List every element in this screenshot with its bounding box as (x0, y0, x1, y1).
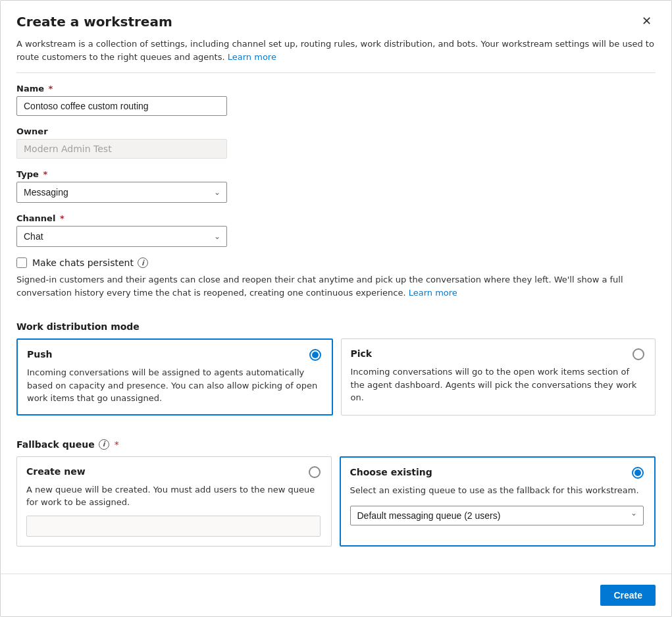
push-radio[interactable] (309, 349, 321, 361)
name-input[interactable] (16, 96, 227, 116)
work-distribution-cards: Push Incoming conversations will be assi… (16, 338, 656, 416)
fallback-queue-label: Fallback queue (16, 439, 95, 450)
make-chats-persistent-desc: Signed-in customers and their agents can… (16, 273, 656, 299)
existing-queue-select[interactable]: Default messaging queue (2 users) Suppor… (350, 506, 644, 525)
dialog-header: Create a workstream ✕ (16, 14, 656, 30)
owner-input: Modern Admin Test (16, 139, 227, 159)
name-required-marker: * (45, 84, 53, 94)
make-chats-persistent-label: Make chats persistent i (32, 257, 148, 268)
fallback-queue-info-icon: i (99, 439, 109, 450)
create-new-queue-radio[interactable] (309, 466, 321, 478)
pick-card-desc: Incoming conversations will go to the op… (351, 365, 645, 404)
create-new-queue-card[interactable]: Create new A new queue will be created. … (16, 456, 332, 547)
owner-field-group: Owner Modern Admin Test (16, 126, 656, 159)
create-new-queue-desc: A new queue will be created. You must ad… (26, 483, 321, 509)
push-card[interactable]: Push Incoming conversations will be assi… (16, 338, 333, 416)
channel-field-group: Channel * Chat Facebook WhatsApp SMS Tea… (16, 213, 656, 247)
learn-more-link-header[interactable]: Learn more (228, 52, 276, 62)
make-chats-persistent-group: Make chats persistent i Signed-in custom… (16, 257, 656, 311)
dialog-title: Create a workstream (16, 14, 172, 30)
pick-card-header: Pick (351, 348, 645, 360)
create-button[interactable]: Create (600, 585, 656, 606)
dialog-description: A workstream is a collection of settings… (16, 38, 656, 73)
work-distribution-label: Work distribution mode (16, 321, 656, 332)
push-card-header: Push (27, 349, 321, 361)
create-new-queue-title: Create new (26, 466, 86, 477)
pick-card[interactable]: Pick Incoming conversations will go to t… (341, 338, 656, 416)
choose-existing-queue-card[interactable]: Choose existing Select an existing queue… (340, 456, 656, 547)
fallback-queue-required-marker: * (115, 439, 119, 450)
choose-existing-queue-radio[interactable] (632, 467, 644, 479)
channel-required-marker: * (57, 213, 64, 223)
push-card-title: Push (27, 349, 53, 360)
name-label: Name * (16, 84, 656, 94)
fallback-label-row: Fallback queue i * (16, 439, 656, 450)
work-distribution-section: Work distribution mode Push Incoming con… (16, 321, 656, 429)
channel-label: Channel * (16, 213, 656, 223)
fallback-queue-cards: Create new A new queue will be created. … (16, 456, 656, 547)
close-button[interactable]: ✕ (638, 14, 656, 28)
choose-existing-queue-title: Choose existing (350, 467, 432, 477)
learn-more-link-persistent[interactable]: Learn more (409, 288, 457, 298)
create-new-queue-input[interactable] (26, 516, 321, 537)
type-select-wrapper: Messaging Voice Chat ⌄ (16, 182, 227, 203)
create-workstream-dialog: Create a workstream ✕ A workstream is a … (0, 0, 672, 617)
channel-select-wrapper: Chat Facebook WhatsApp SMS Teams ⌄ (16, 226, 227, 247)
pick-radio[interactable] (633, 348, 644, 360)
existing-queue-select-wrapper: Default messaging queue (2 users) Suppor… (350, 500, 644, 525)
type-field-group: Type * Messaging Voice Chat ⌄ (16, 169, 656, 203)
name-field-group: Name * (16, 84, 656, 116)
make-chats-persistent-row: Make chats persistent i (16, 257, 656, 268)
type-required-marker: * (40, 169, 47, 179)
dialog-footer: Create (1, 574, 671, 616)
make-chats-persistent-checkbox[interactable] (16, 257, 27, 268)
pick-card-title: Pick (351, 348, 373, 359)
type-select[interactable]: Messaging Voice Chat (16, 182, 227, 203)
make-chats-persistent-info-icon: i (138, 257, 148, 268)
choose-existing-queue-desc: Select an existing queue to use as the f… (350, 484, 644, 497)
channel-select[interactable]: Chat Facebook WhatsApp SMS Teams (16, 226, 227, 247)
choose-existing-queue-header: Choose existing (350, 467, 644, 479)
create-new-queue-header: Create new (26, 466, 321, 478)
type-label: Type * (16, 169, 656, 179)
push-card-desc: Incoming conversations will be assigned … (27, 366, 321, 405)
fallback-queue-section: Fallback queue i * Create new A new queu… (16, 439, 656, 547)
owner-label: Owner (16, 126, 656, 136)
dialog-description-text: A workstream is a collection of settings… (16, 39, 654, 62)
